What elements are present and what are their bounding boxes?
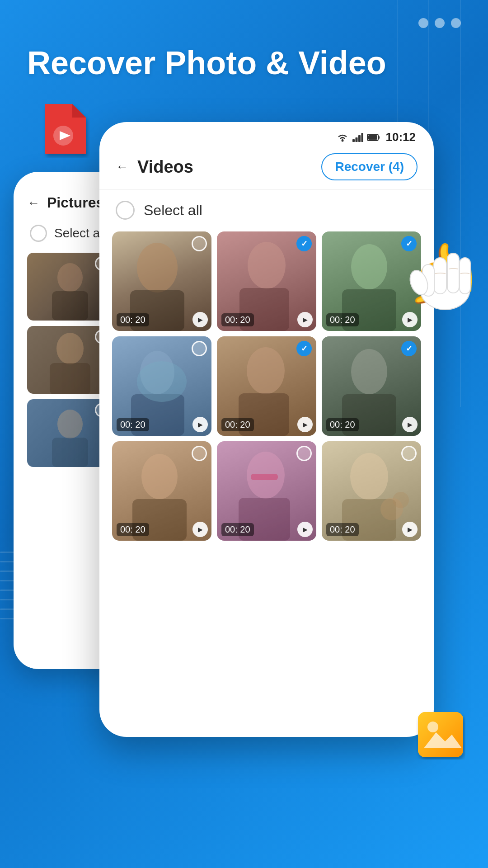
video-item-5[interactable]: 00: 20 ▶ ✓ [217, 336, 316, 436]
svg-point-38 [350, 453, 388, 500]
videos-phone: 10:12 ← Videos Recover (4) Select all 00… [99, 122, 434, 737]
play-button-8[interactable]: ▶ [297, 522, 313, 537]
video-file-icon [36, 99, 90, 158]
videos-header: ← Videos Recover (4) [99, 144, 434, 190]
page-title: Recover Photo & Video [27, 45, 386, 81]
status-time: 10:12 [386, 130, 416, 144]
video-select-6[interactable]: ✓ [401, 341, 417, 356]
videos-select-all-label: Select all [144, 202, 202, 219]
video-select-5[interactable]: ✓ [296, 341, 312, 356]
videos-back-arrow[interactable]: ← [116, 160, 128, 174]
svg-rect-13 [352, 139, 355, 142]
svg-rect-7 [52, 291, 88, 321]
video-duration-6: 00: 20 [326, 418, 359, 431]
svg-point-41 [393, 492, 409, 508]
svg-rect-19 [368, 135, 377, 140]
pictures-select-all-radio[interactable] [30, 225, 47, 242]
svg-point-28 [137, 361, 187, 402]
recover-button[interactable]: Recover (4) [321, 153, 418, 180]
svg-rect-45 [460, 258, 470, 294]
video-duration-5: 00: 20 [221, 418, 254, 431]
video-item-2[interactable]: 00: 20 ▶ ✓ [217, 231, 316, 331]
svg-point-29 [247, 347, 285, 394]
video-item-4[interactable]: 00: 20 ▶ [112, 336, 211, 436]
video-item-8[interactable]: 00: 20 ▶ [217, 441, 316, 541]
battery-icon [367, 133, 380, 142]
wifi-icon [336, 133, 349, 142]
videos-title: Videos [137, 157, 193, 177]
video-select-4[interactable] [192, 341, 207, 356]
video-item-1[interactable]: 00: 20 ▶ [112, 231, 211, 331]
svg-point-4 [427, 722, 438, 732]
svg-point-33 [141, 454, 178, 499]
deco-line [460, 0, 461, 407]
svg-rect-9 [50, 363, 90, 394]
video-select-7[interactable] [192, 446, 207, 461]
status-icons [336, 133, 380, 142]
videos-select-all-radio[interactable] [116, 201, 135, 220]
hand-pointer-icon [409, 231, 481, 314]
video-item-6[interactable]: 00: 20 ▶ ✓ [322, 336, 421, 436]
svg-point-20 [137, 243, 178, 292]
videos-select-all-row: Select all [99, 190, 434, 227]
svg-point-31 [351, 349, 387, 394]
svg-rect-44 [447, 253, 459, 293]
video-item-9[interactable]: 00: 20 ▶ [322, 441, 421, 541]
play-button-6[interactable]: ▶ [402, 417, 418, 432]
video-duration-3: 00: 20 [326, 313, 359, 326]
video-duration-2: 00: 20 [221, 313, 254, 326]
svg-rect-15 [358, 135, 361, 142]
svg-rect-3 [418, 712, 463, 757]
play-button-9[interactable]: ▶ [402, 522, 418, 537]
video-select-1[interactable] [192, 236, 207, 251]
status-bar: 10:12 [99, 122, 434, 144]
play-button-1[interactable]: ▶ [192, 312, 208, 327]
video-select-8[interactable] [296, 446, 312, 461]
video-duration-7: 00: 20 [117, 523, 149, 536]
svg-point-12 [341, 139, 343, 142]
svg-point-10 [57, 410, 83, 439]
svg-rect-16 [361, 133, 363, 142]
image-file-icon [416, 710, 465, 760]
svg-point-24 [351, 244, 387, 289]
svg-rect-37 [251, 474, 278, 480]
svg-rect-11 [52, 438, 88, 467]
play-button-4[interactable]: ▶ [192, 417, 208, 432]
video-duration-4: 00: 20 [117, 418, 149, 431]
play-button-5[interactable]: ▶ [297, 417, 313, 432]
svg-point-22 [248, 242, 286, 289]
video-duration-1: 00: 20 [117, 313, 149, 326]
signal-icon [352, 133, 363, 142]
play-button-3[interactable]: ▶ [402, 312, 418, 327]
svg-rect-18 [378, 136, 380, 139]
play-button-7[interactable]: ▶ [192, 522, 208, 537]
pictures-title: Pictures [47, 194, 104, 211]
svg-rect-43 [434, 258, 446, 294]
play-button-2[interactable]: ▶ [297, 312, 313, 327]
video-item-7[interactable]: 00: 20 ▶ [112, 441, 211, 541]
video-duration-9: 00: 20 [326, 523, 359, 536]
svg-point-6 [57, 263, 83, 292]
pictures-select-all-label: Select all [54, 226, 106, 241]
svg-point-8 [56, 333, 84, 364]
svg-rect-14 [355, 137, 357, 142]
video-duration-8: 00: 20 [221, 523, 254, 536]
videos-grid: 00: 20 ▶ 00: 20 ▶ ✓ 00: 20 ▶ ✓ [99, 227, 434, 554]
header-left: ← Videos [116, 157, 193, 177]
back-arrow-icon[interactable]: ← [27, 196, 40, 210]
video-select-9[interactable] [401, 446, 417, 461]
video-select-2[interactable]: ✓ [296, 236, 312, 251]
